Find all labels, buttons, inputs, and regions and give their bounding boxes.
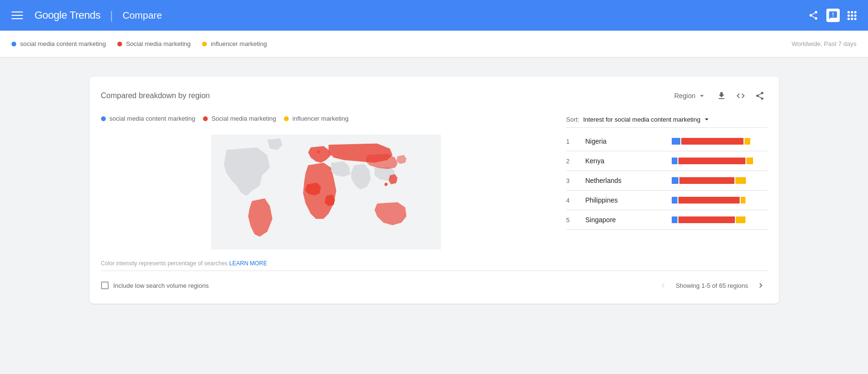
bar-chart-row <box>672 197 767 204</box>
header-divider: | <box>110 9 113 22</box>
feedback-button[interactable] <box>826 9 840 22</box>
pagination: Showing 1-5 of 65 regions <box>656 279 767 292</box>
map-legend-item-2: Social media marketing <box>203 115 276 122</box>
bar-segment-yellow <box>746 158 753 164</box>
table-row: 1 Nigeria <box>566 132 767 151</box>
country-name: Philippines <box>586 196 664 204</box>
legend-dot-1 <box>11 42 16 46</box>
rank-number: 3 <box>566 177 578 184</box>
pagination-text: Showing 1-5 of 65 regions <box>676 282 748 289</box>
map-legend-label-3: influencer marketing <box>293 115 349 122</box>
bar-chart-row <box>672 138 767 145</box>
map-legend-label-2: Social media marketing <box>212 115 276 122</box>
bar-chart-row <box>672 158 767 164</box>
bar-segment-blue <box>672 158 677 164</box>
checkbox-label: Include low search volume regions <box>113 282 209 289</box>
svg-rect-1 <box>11 15 23 16</box>
legend-label-2: Social media marketing <box>126 40 191 47</box>
table-row: 2 Kenya <box>566 151 767 171</box>
rank-table: 1 Nigeria 2 Kenya <box>566 132 767 230</box>
low-volume-checkbox[interactable] <box>101 282 109 289</box>
bar-segment-red <box>678 158 745 164</box>
grid-icon <box>847 11 857 20</box>
chevron-right-icon <box>756 281 766 290</box>
table-row: 3 Netherlands <box>566 171 767 191</box>
svg-point-4 <box>384 183 387 186</box>
country-name: Kenya <box>586 157 664 165</box>
checkbox-row[interactable]: Include low search volume regions <box>101 282 209 289</box>
rank-number: 4 <box>566 197 578 204</box>
legend-item-1: social media content marketing <box>11 40 106 47</box>
rank-number: 5 <box>566 216 578 224</box>
sort-value: Interest for social media content market… <box>583 116 700 123</box>
country-name: Singapore <box>586 216 664 224</box>
world-map[interactable] <box>101 130 551 254</box>
map-legend: social media content marketing Social me… <box>101 115 551 122</box>
card-header: Compared breakdown by region Region <box>101 88 767 103</box>
breakdown-card: Compared breakdown by region Region <box>90 77 779 304</box>
chevron-left-icon <box>658 281 668 290</box>
next-page-button[interactable] <box>754 279 767 292</box>
map-legend-dot-3 <box>284 116 289 121</box>
header-actions <box>804 6 860 24</box>
rank-number: 1 <box>566 138 578 145</box>
legend-dot-2 <box>117 42 122 46</box>
share-icon <box>755 91 765 101</box>
bar-segment-red <box>681 138 744 145</box>
rank-number: 2 <box>566 158 578 165</box>
bar-segment-yellow <box>735 177 746 184</box>
card-title: Compared breakdown by region <box>101 91 210 100</box>
card-footer: Include low search volume regions Showin… <box>101 271 767 292</box>
bar-segment-yellow <box>736 216 745 223</box>
table-row: 5 Singapore <box>566 210 767 230</box>
map-legend-dot-2 <box>203 116 208 121</box>
table-row: 4 Philippines <box>566 191 767 210</box>
share-card-button[interactable] <box>752 88 767 103</box>
sort-dropdown[interactable]: Interest for social media content market… <box>583 115 711 124</box>
svg-rect-0 <box>11 11 23 12</box>
bar-segment-red <box>679 177 734 184</box>
page-title: Compare <box>123 10 162 21</box>
learn-more-link[interactable]: LEARN MORE <box>229 260 267 267</box>
download-icon <box>717 91 726 101</box>
map-note: Color intensity represents percentage of… <box>101 260 551 267</box>
map-legend-label-1: social media content marketing <box>110 115 195 122</box>
card-body: social media content marketing Social me… <box>101 115 767 267</box>
code-icon <box>736 91 745 101</box>
share-button[interactable] <box>804 6 823 24</box>
bar-segment-yellow <box>741 197 745 204</box>
legend-label-1: social media content marketing <box>20 40 106 47</box>
apps-button[interactable] <box>844 7 860 24</box>
embed-button[interactable] <box>733 88 748 103</box>
region-time-label: Worldwide, Past 7 days <box>791 40 857 47</box>
legend-item-2: Social media marketing <box>117 40 191 47</box>
country-name: Nigeria <box>586 137 664 145</box>
region-dropdown-label: Region <box>674 92 695 100</box>
map-legend-item-3: influencer marketing <box>284 115 349 122</box>
chevron-down-icon <box>698 91 706 100</box>
app-logo: Google Trends <box>34 9 101 22</box>
card-controls: Region <box>670 88 767 103</box>
bar-segment-blue <box>672 138 680 145</box>
bar-segment-red <box>678 197 740 204</box>
region-dropdown[interactable]: Region <box>670 89 710 103</box>
right-panel: Sort: Interest for social media content … <box>566 115 767 267</box>
left-panel: social media content marketing Social me… <box>101 115 551 267</box>
legend-item-3: influencer marketing <box>202 40 267 47</box>
legend-bar: social media content marketing Social me… <box>0 31 868 57</box>
country-name: Netherlands <box>586 177 664 184</box>
app-header: Google Trends | Compare <box>0 0 868 31</box>
bar-segment-red <box>678 216 735 223</box>
download-button[interactable] <box>714 88 729 103</box>
svg-rect-2 <box>11 18 23 19</box>
main-content: Compared breakdown by region Region <box>0 57 868 315</box>
map-legend-item-1: social media content marketing <box>101 115 195 122</box>
bar-segment-blue <box>672 216 677 223</box>
map-legend-dot-1 <box>101 116 106 121</box>
legend-label-3: influencer marketing <box>211 40 267 47</box>
menu-button[interactable] <box>8 6 27 25</box>
bar-chart-row <box>672 216 767 223</box>
bar-segment-blue <box>672 177 678 184</box>
prev-page-button[interactable] <box>656 279 670 292</box>
bar-segment-blue <box>672 197 677 204</box>
